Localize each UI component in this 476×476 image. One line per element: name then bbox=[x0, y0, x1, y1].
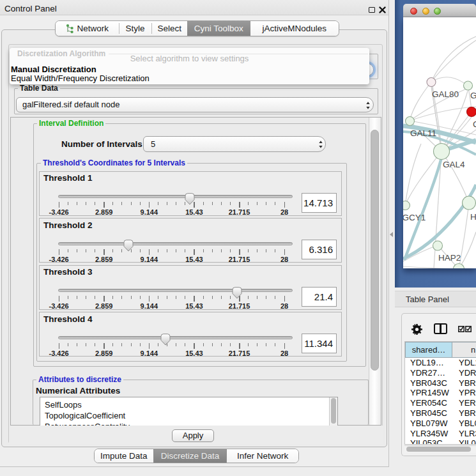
svg-text:HAP2: HAP2 bbox=[438, 253, 461, 263]
svg-text:GAL11: GAL11 bbox=[410, 128, 436, 138]
svg-text:GAL4: GAL4 bbox=[443, 160, 465, 169]
svg-text:H: H bbox=[470, 212, 476, 222]
svg-text:GA: GA bbox=[470, 91, 476, 100]
svg-text:GAL80: GAL80 bbox=[432, 89, 459, 99]
svg-text:GCY1: GCY1 bbox=[403, 213, 426, 222]
svg-text:C: C bbox=[473, 119, 476, 129]
